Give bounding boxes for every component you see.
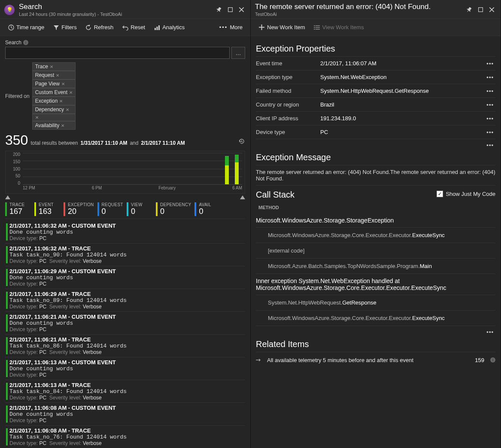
chip-remove-icon[interactable]: ✕	[69, 90, 73, 95]
history-icon[interactable]	[238, 138, 245, 146]
chip-remove-icon[interactable]: ✕	[61, 123, 64, 128]
results-chart[interactable]: 200150100500 12 PM6 PMFebruary6 AM	[5, 151, 245, 194]
chip-remove-icon[interactable]: ✕	[59, 99, 63, 104]
search-field-label: Search i	[5, 40, 245, 46]
chip-label: Trace	[35, 64, 48, 70]
counter-request[interactable]: REQUEST 0	[97, 202, 123, 216]
chip-remove-icon[interactable]: ✕	[61, 82, 65, 86]
chip-remove-icon[interactable]: ✕	[56, 73, 59, 78]
counter-trace[interactable]: TRACE 167	[5, 202, 31, 216]
pin-icon[interactable]	[465, 5, 474, 15]
x-tick: 6 AM	[232, 186, 242, 190]
property-more-button[interactable]: •••	[485, 60, 495, 67]
x-tick: 6 PM	[92, 186, 102, 190]
log-meta: Device type: PC Severity level: Verbose	[9, 304, 245, 310]
search-more-button[interactable]: …	[231, 47, 245, 59]
stack-frame[interactable]: System.Net.HttpWebRequest.GetResponse	[256, 295, 495, 311]
log-item[interactable]: 2/1/2017, 11:06:21 AM - CUSTOM EVENT Don…	[5, 312, 245, 335]
detail-subtitle: TestOboAi	[255, 12, 465, 17]
plus-icon	[258, 24, 265, 30]
property-row: Device type PC •••	[256, 125, 495, 139]
info-icon[interactable]: i	[490, 357, 495, 363]
chip-remove-icon[interactable]: ✕	[66, 107, 69, 112]
counter-view[interactable]: VIEW 0	[127, 202, 152, 216]
counter-value: 0	[102, 207, 123, 216]
log-item[interactable]: 2/1/2017, 11:06:21 AM - TRACE Task task_…	[5, 335, 245, 357]
show-my-code-checkbox[interactable]: ✓ Show Just My Code	[437, 191, 495, 197]
results-end-date: 2/1/2017 11:10 AM	[141, 140, 185, 146]
filter-chip-custom-event[interactable]: Custom Event✕	[32, 88, 76, 97]
pin-icon[interactable]	[214, 5, 224, 15]
filter-chip-page-view[interactable]: Page View✕	[32, 79, 76, 88]
property-more-button[interactable]: •••	[485, 88, 495, 94]
filter-chip-exception[interactable]: Exception✕	[32, 97, 76, 105]
maximize-icon[interactable]	[476, 5, 485, 15]
reset-label: Reset	[131, 24, 145, 30]
stack-frame[interactable]: Microsoft.Azure.Batch.Samples.TopNWordsS…	[256, 259, 495, 274]
undo-icon	[122, 24, 128, 30]
related-item-row[interactable]: ↗ All available telemetry 5 minutes befo…	[256, 352, 495, 368]
related-item-text: All available telemetry 5 minutes before…	[267, 357, 413, 363]
chart-right-arrow[interactable]	[240, 195, 245, 201]
log-item[interactable]: 2/1/2017, 11:06:32 AM - TRACE Task task_…	[5, 244, 245, 266]
filter-chip-dependency[interactable]: Dependency✕	[32, 105, 76, 114]
close-icon[interactable]	[487, 5, 496, 15]
log-item[interactable]: 2/1/2017, 11:06:13 AM - CUSTOM EVENT Don…	[5, 357, 245, 380]
counter-avail[interactable]: AVAIL 0	[194, 202, 220, 216]
chip-remove-icon[interactable]: ✕	[35, 115, 39, 120]
reset-button[interactable]: Reset	[118, 22, 149, 32]
log-item[interactable]: 2/1/2017, 11:06:08 AM - CUSTOM EVENT Don…	[5, 403, 245, 426]
filter-chip-request[interactable]: Request✕	[32, 71, 76, 79]
property-more-button[interactable]: •••	[485, 129, 495, 135]
counter-exception[interactable]: EXCEPTION 20	[64, 202, 94, 216]
properties-more[interactable]: •••	[256, 139, 495, 148]
log-item[interactable]: 2/1/2017, 11:06:08 AM - TRACE Task task_…	[5, 426, 245, 448]
insights-icon: 💡	[4, 5, 15, 15]
filter-chip-availability[interactable]: Availability✕	[32, 121, 76, 130]
callstack-more[interactable]: •••	[256, 326, 495, 335]
filter-chip-extra-x[interactable]: ✕	[32, 114, 76, 121]
detail-toolbar: New Work Item View Work Items	[251, 19, 501, 36]
log-title: 2/1/2017, 11:06:29 AM - TRACE	[9, 291, 245, 297]
counter-label: AVAIL	[199, 202, 211, 207]
refresh-button[interactable]: Refresh	[82, 22, 117, 32]
log-meta: Device type: PC	[9, 418, 245, 424]
maximize-icon[interactable]	[225, 5, 235, 15]
time-range-button[interactable]: Time range	[4, 22, 48, 32]
counter-label: TRACE	[9, 202, 24, 207]
log-list: 2/1/2017, 11:06:32 AM - CUSTOM EVENT Don…	[5, 221, 245, 448]
exception-message-heading: Exception Message	[256, 152, 495, 162]
chart-left-arrow[interactable]	[5, 195, 10, 201]
log-item[interactable]: 2/1/2017, 11:06:13 AM - TRACE Task task_…	[5, 380, 245, 403]
chip-remove-icon[interactable]: ✕	[50, 64, 53, 69]
y-axis: 200150100500	[8, 152, 20, 186]
stack-frame[interactable]: [external code]	[256, 243, 495, 259]
property-more-button[interactable]: •••	[485, 115, 495, 122]
info-icon[interactable]: i	[23, 40, 28, 45]
x-tick: February	[158, 186, 176, 190]
counter-dependency[interactable]: DEPENDENCY 0	[156, 202, 191, 216]
search-input[interactable]	[5, 47, 230, 59]
close-icon[interactable]	[237, 5, 246, 15]
arrow-icon: ↗	[254, 356, 263, 364]
log-item[interactable]: 2/1/2017, 11:06:29 AM - TRACE Task task_…	[5, 289, 245, 312]
view-work-items-button[interactable]: View Work Items	[310, 22, 367, 32]
counter-label: DEPENDENCY	[160, 202, 191, 207]
log-item[interactable]: 2/1/2017, 11:06:32 AM - CUSTOM EVENT Don…	[5, 221, 245, 244]
filter-chip-trace[interactable]: Trace✕	[32, 62, 76, 71]
stack-frame[interactable]: Microsoft.WindowsAzure.Storage.Core.Exec…	[256, 228, 495, 243]
property-more-button[interactable]: •••	[485, 74, 495, 80]
analytics-button[interactable]: Analytics	[150, 22, 188, 32]
svg-rect-2	[155, 28, 156, 30]
more-button[interactable]: ••• More	[216, 22, 246, 32]
results-and: and	[130, 140, 138, 146]
property-more-button[interactable]: •••	[485, 101, 495, 108]
funnel-icon	[53, 24, 59, 30]
new-work-item-button[interactable]: New Work Item	[255, 22, 309, 32]
filters-button[interactable]: Filters	[49, 22, 80, 32]
counter-event[interactable]: EVENT 163	[34, 202, 60, 216]
log-item[interactable]: 2/1/2017, 11:06:29 AM - CUSTOM EVENT Don…	[5, 266, 245, 289]
stack-frame[interactable]: Microsoft.WindowsAzure.Storage.Core.Exec…	[256, 311, 495, 326]
svg-rect-11	[316, 29, 320, 30]
log-body: Task task_no_84: Found 124014 words	[9, 388, 245, 395]
